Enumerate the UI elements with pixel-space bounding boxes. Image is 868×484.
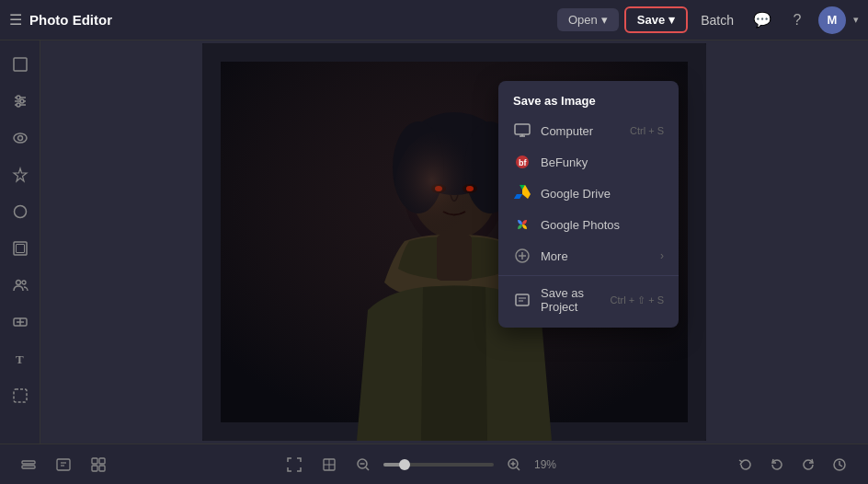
topbar-center: Open ▾ Save ▾ Batch [557, 6, 741, 33]
zoom-slider[interactable] [383, 463, 494, 467]
svg-rect-49 [22, 461, 35, 464]
svg-rect-12 [16, 245, 24, 253]
chat-icon[interactable]: 💬 [748, 6, 776, 34]
history-restore-icon[interactable] [826, 451, 853, 478]
svg-text:T: T [16, 352, 24, 366]
save-to-google-drive-item[interactable]: Google Drive [498, 178, 679, 209]
rotate-left-icon[interactable] [732, 451, 760, 478]
sidebar-item-crop[interactable] [4, 48, 37, 81]
save-dropdown-menu: Save as Image Computer Ctrl + S bf BeFun… [498, 81, 679, 328]
svg-marker-42 [514, 194, 522, 199]
sidebar-item-frame[interactable] [4, 232, 37, 265]
history-icon[interactable] [50, 451, 77, 478]
save-as-project-item[interactable]: Save as Project Ctrl + ⇧ + S [498, 280, 679, 320]
save-as-project-label: Save as Project [541, 286, 600, 314]
main-area: T [0, 40, 868, 444]
svg-rect-54 [92, 458, 97, 464]
svg-rect-57 [99, 466, 105, 471]
save-to-computer-item[interactable]: Computer Ctrl + S [498, 115, 679, 146]
help-icon[interactable]: ? [783, 6, 811, 34]
save-to-google-photos-item[interactable]: Google Photos [498, 209, 679, 240]
befunky-label: BeFunky [541, 156, 664, 169]
svg-rect-19 [14, 389, 27, 402]
svg-point-33 [395, 131, 487, 241]
chevron-down-icon: ▾ [668, 13, 675, 27]
befunky-icon: bf [513, 153, 531, 171]
zoom-percent: 19% [534, 458, 564, 471]
dropdown-divider [498, 275, 679, 276]
sidebar-item-circle[interactable] [4, 195, 37, 228]
dropdown-section-title: Save as Image [498, 88, 679, 115]
bottombar-left [15, 451, 112, 478]
svg-rect-56 [92, 466, 97, 471]
sidebar-item-overlay[interactable] [4, 379, 37, 412]
avatar[interactable]: M [818, 6, 846, 34]
topbar: ☰ Photo Editor Open ▾ Save ▾ Batch 💬 ? M… [0, 0, 868, 40]
topbar-right: 💬 ? M ▾ [748, 6, 859, 34]
svg-line-63 [366, 467, 369, 470]
zoom-slider-thumb [399, 459, 410, 470]
svg-point-6 [17, 103, 20, 107]
svg-line-67 [517, 467, 520, 470]
app-title: Photo Editor [29, 12, 112, 28]
canvas-area: Save as Image Computer Ctrl + S bf BeFun… [40, 40, 868, 444]
sidebar-item-effects[interactable] [4, 158, 37, 191]
avatar-chevron-icon: ▾ [853, 14, 859, 26]
svg-rect-0 [14, 58, 27, 71]
svg-point-7 [14, 133, 27, 143]
more-item[interactable]: More › [498, 240, 679, 271]
chevron-down-icon: ▾ [601, 13, 608, 27]
svg-rect-32 [437, 235, 472, 281]
plus-icon [513, 247, 531, 265]
layers-icon[interactable] [15, 451, 42, 478]
svg-point-4 [17, 96, 20, 99]
svg-rect-50 [22, 466, 35, 468]
computer-shortcut: Ctrl + S [630, 125, 664, 136]
more-label: More [541, 249, 651, 263]
save-to-befunky-item[interactable]: bf BeFunky [498, 146, 679, 178]
undo-icon[interactable] [763, 451, 791, 478]
topbar-left: ☰ Photo Editor [9, 11, 550, 29]
sidebar: T [0, 40, 40, 444]
svg-rect-55 [99, 458, 105, 464]
project-icon [513, 291, 531, 309]
fit-screen-icon[interactable] [280, 451, 308, 478]
google-photos-icon [513, 215, 531, 234]
bottombar-right [732, 451, 853, 478]
computer-label: Computer [541, 124, 621, 138]
redo-icon[interactable] [794, 451, 822, 478]
sidebar-item-adjustments[interactable] [4, 85, 37, 118]
sidebar-item-people[interactable] [4, 269, 37, 302]
svg-rect-34 [515, 124, 530, 134]
svg-rect-51 [57, 459, 70, 470]
save-as-project-shortcut: Ctrl + ⇧ + S [610, 294, 664, 306]
bottombar: 19% [0, 444, 868, 484]
sidebar-item-graphics[interactable] [4, 305, 37, 339]
menu-icon[interactable]: ☰ [9, 11, 22, 29]
grid-icon[interactable] [85, 451, 112, 478]
svg-point-14 [22, 281, 26, 284]
zoom-in-button[interactable] [501, 452, 527, 478]
save-button[interactable]: Save ▾ [624, 6, 688, 33]
google-drive-label: Google Drive [541, 187, 664, 201]
monitor-icon [513, 121, 531, 140]
bottombar-center: 19% [112, 451, 732, 478]
svg-text:bf: bf [519, 158, 527, 167]
google-photos-label: Google Photos [541, 218, 664, 232]
svg-rect-46 [516, 294, 529, 305]
actual-size-icon[interactable] [315, 451, 343, 478]
svg-point-10 [14, 206, 26, 218]
sidebar-item-text[interactable]: T [4, 342, 37, 375]
svg-point-13 [16, 281, 20, 285]
open-button[interactable]: Open ▾ [557, 8, 619, 31]
svg-point-8 [17, 136, 22, 141]
more-arrow-icon: › [660, 249, 664, 262]
sidebar-item-preview[interactable] [4, 121, 37, 155]
svg-point-5 [20, 99, 24, 103]
svg-marker-9 [14, 168, 27, 181]
zoom-out-button[interactable] [350, 452, 376, 478]
google-drive-icon [513, 184, 531, 202]
batch-button[interactable]: Batch [693, 8, 741, 32]
